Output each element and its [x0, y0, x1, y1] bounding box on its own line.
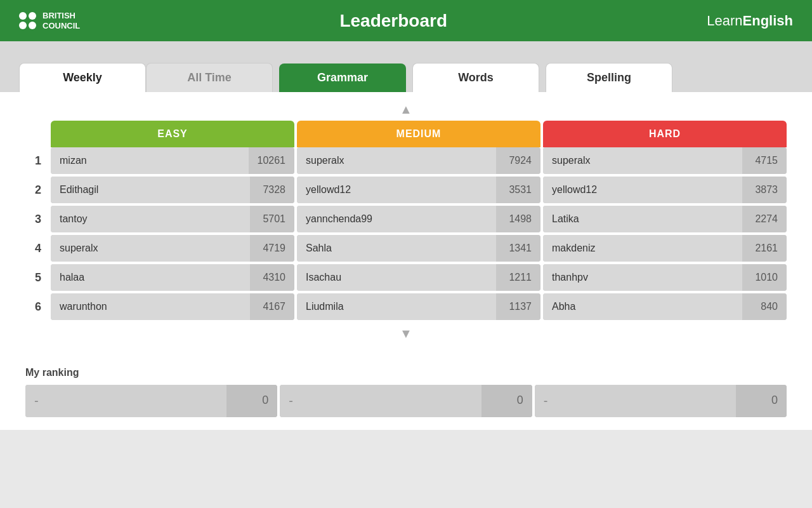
bc-text-line1: BRITISH	[43, 11, 80, 21]
bc-dot-1	[19, 12, 27, 20]
my-medium-score: 0	[481, 385, 532, 417]
medium-name: yellowd12	[297, 177, 496, 203]
my-hard-dash: -	[535, 385, 736, 417]
page-title: Leaderboard	[339, 11, 447, 31]
tab-spelling[interactable]: Spelling	[546, 63, 672, 92]
english-text: English	[743, 13, 793, 29]
medium-name: Sahla	[297, 235, 496, 262]
learn-english-logo: LearnEnglish	[707, 13, 793, 29]
hard-cell: thanhpv 1010	[543, 264, 787, 291]
easy-name: halaa	[51, 264, 250, 291]
easy-score: 4719	[250, 235, 294, 262]
medium-name: Liudmila	[297, 293, 496, 320]
scroll-up-arrow[interactable]: ▲	[25, 98, 787, 121]
hard-cell: Latika 2274	[543, 206, 787, 232]
hard-name: makdeniz	[543, 235, 742, 262]
bc-dot-4	[29, 22, 36, 29]
hard-cell: superalx 4715	[543, 147, 787, 174]
rank-number: 5	[25, 271, 51, 284]
rank-number: 6	[25, 300, 51, 314]
table-row: 6 warunthon 4167 Liudmila 1137 Abha 840	[25, 293, 787, 320]
my-medium-dash: -	[280, 385, 481, 417]
hard-name: thanhpv	[543, 264, 742, 291]
hard-name: superalx	[543, 147, 742, 174]
bc-text-line2: COUNCIL	[43, 21, 80, 31]
easy-score: 4167	[250, 293, 294, 320]
hard-name: Latika	[543, 206, 742, 232]
medium-cell: yannchenda99 1498	[297, 206, 540, 232]
medium-cell: yellowd12 3531	[297, 177, 540, 203]
hard-score: 2161	[742, 235, 787, 262]
hard-cell: yellowd12 3873	[543, 177, 787, 203]
medium-cell: Liudmila 1137	[297, 293, 540, 320]
rank-spacer	[25, 121, 51, 147]
table-row: 2 Edithagil 7328 yellowd12 3531 yellowd1…	[25, 177, 787, 203]
chevron-down-icon: ▼	[400, 326, 412, 340]
my-hard-cell: - 0	[535, 385, 787, 417]
table-row: 4 superalx 4719 Sahla 1341 makdeniz 2161	[25, 235, 787, 262]
header: BRITISH COUNCIL Leaderboard LearnEnglish	[0, 0, 812, 41]
table-row: 1 mizan 10261 superalx 7924 superalx 471…	[25, 147, 787, 174]
tab-grammar[interactable]: Grammar	[279, 64, 406, 92]
bc-logo-icon	[19, 12, 36, 29]
british-council-logo: BRITISH COUNCIL	[19, 11, 80, 30]
medium-cell: Isachau 1211	[297, 264, 540, 291]
medium-score: 7924	[496, 147, 540, 174]
rank-number: 1	[25, 154, 51, 168]
medium-score: 1211	[496, 264, 540, 291]
easy-score: 4310	[250, 264, 294, 291]
easy-cell: mizan 10261	[51, 147, 294, 174]
medium-header: MEDIUM	[297, 121, 540, 147]
bc-dot-2	[29, 12, 36, 20]
difficulty-headers: EASY MEDIUM HARD	[25, 121, 787, 147]
rank-number: 2	[25, 184, 51, 197]
easy-header: EASY	[51, 121, 294, 147]
hard-score: 4715	[742, 147, 787, 174]
easy-name: Edithagil	[51, 177, 250, 203]
easy-name: superalx	[51, 235, 250, 262]
tab-all-time[interactable]: All Time	[146, 63, 273, 92]
medium-name: superalx	[297, 147, 496, 174]
scroll-down-arrow[interactable]: ▼	[25, 323, 787, 345]
hard-name: yellowd12	[543, 177, 742, 203]
my-ranking-label: My ranking	[25, 367, 787, 378]
hard-name: Abha	[543, 293, 742, 320]
easy-cell: tantoy 5701	[51, 206, 294, 232]
medium-cell: Sahla 1341	[297, 235, 540, 262]
my-ranking-row: - 0 - 0 - 0	[25, 385, 787, 417]
bc-dot-3	[19, 22, 27, 29]
hard-cell: Abha 840	[543, 293, 787, 320]
my-ranking-section: My ranking - 0 - 0 - 0	[0, 358, 812, 430]
chevron-up-icon: ▲	[400, 102, 412, 116]
medium-score: 1341	[496, 235, 540, 262]
table-row: 3 tantoy 5701 yannchenda99 1498 Latika 2…	[25, 206, 787, 232]
my-easy-score: 0	[226, 385, 277, 417]
my-easy-dash: -	[25, 385, 226, 417]
easy-cell: halaa 4310	[51, 264, 294, 291]
easy-cell: Edithagil 7328	[51, 177, 294, 203]
tab-weekly[interactable]: Weekly	[19, 63, 146, 92]
easy-name: tantoy	[51, 206, 250, 232]
leaderboard-content: ▲ EASY MEDIUM HARD 1 mizan 10261 superal…	[0, 92, 812, 358]
leaderboard-rows: 1 mizan 10261 superalx 7924 superalx 471…	[25, 147, 787, 320]
hard-score: 3873	[742, 177, 787, 203]
easy-cell: superalx 4719	[51, 235, 294, 262]
rank-number: 3	[25, 213, 51, 226]
my-easy-cell: - 0	[25, 385, 277, 417]
tabs-row: Weekly All Time Grammar Words Spelling	[0, 41, 812, 92]
tab-words[interactable]: Words	[412, 63, 539, 92]
hard-score: 1010	[742, 264, 787, 291]
medium-score: 1137	[496, 293, 540, 320]
medium-name: yannchenda99	[297, 206, 496, 232]
hard-score: 2274	[742, 206, 787, 232]
learn-text: Learn	[707, 13, 742, 29]
rank-number: 4	[25, 242, 51, 255]
hard-score: 840	[742, 293, 787, 320]
medium-score: 1498	[496, 206, 540, 232]
easy-score: 5701	[250, 206, 294, 232]
easy-cell: warunthon 4167	[51, 293, 294, 320]
medium-score: 3531	[496, 177, 540, 203]
hard-cell: makdeniz 2161	[543, 235, 787, 262]
my-hard-score: 0	[736, 385, 787, 417]
easy-score: 7328	[250, 177, 294, 203]
